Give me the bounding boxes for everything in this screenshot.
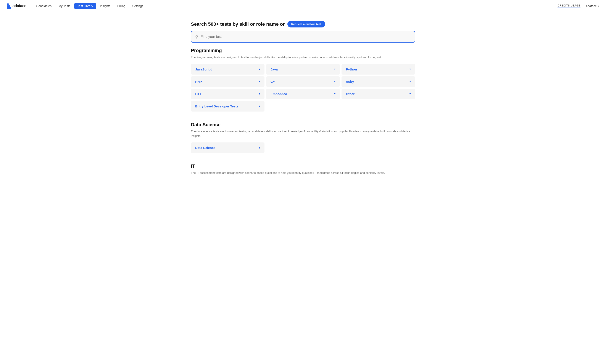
nav-link-my-tests[interactable]: My Tests (55, 3, 73, 9)
chevron-down-icon: ▾ (259, 146, 260, 149)
test-item-data-science[interactable]: Data Science▾ (191, 143, 264, 153)
test-item-label-python: Python (346, 67, 357, 71)
search-title: Search 500+ tests by skill or role name … (191, 21, 415, 27)
test-item-label-ruby: Ruby (346, 80, 354, 83)
section-it: ITThe IT assessment tests are designed w… (191, 163, 415, 175)
test-item-label-javascript: JavaScript (195, 67, 212, 71)
test-item-cpp[interactable]: C++▾ (191, 89, 264, 99)
test-item-other[interactable]: Other▾ (342, 89, 415, 99)
credits-usage-label[interactable]: CREDITS USAGE (558, 4, 580, 8)
test-grid-programming: JavaScript▾Java▾Python▾PHP▾C#▾Ruby▾C++▾E… (191, 64, 415, 99)
chevron-down-icon: ▾ (598, 5, 599, 7)
chevron-down-icon: ▾ (334, 80, 335, 83)
logo[interactable]: adaface (7, 3, 27, 9)
test-item-embedded[interactable]: Embedded▾ (266, 89, 340, 99)
section-desc-programming: The Programming tests are designed to te… (191, 55, 415, 60)
test-item-javascript[interactable]: JavaScript▾ (191, 64, 264, 75)
section-title-it: IT (191, 163, 415, 169)
test-item-label-cpp: C++ (195, 92, 201, 96)
search-header: Search 500+ tests by skill or role name … (191, 21, 415, 43)
search-box: ⚲ (191, 31, 415, 43)
chevron-down-icon: ▾ (410, 80, 411, 83)
test-grid-data-science: Data Science▾ (191, 143, 415, 153)
nav-link-test-library[interactable]: Test Library (74, 3, 96, 9)
test-item-label-other: Other (346, 92, 355, 96)
nav-right: CREDITS USAGE Adaface ▾ (558, 4, 599, 8)
user-name: Adaface (586, 4, 597, 8)
logo-icon (7, 3, 11, 9)
section-data-science: Data ScienceThe data science tests are f… (191, 122, 415, 153)
test-item-label-entry-level: Entry Level Developer Tests (195, 104, 238, 108)
test-item-entry-level[interactable]: Entry Level Developer Tests▾ (191, 101, 264, 112)
search-input[interactable] (201, 35, 411, 39)
nav-links: CandidatesMy TestsTest LibraryInsightsBi… (33, 3, 558, 9)
test-item-label-csharp: C# (271, 80, 275, 83)
test-item-csharp[interactable]: C#▾ (266, 76, 340, 87)
search-icon: ⚲ (195, 34, 198, 39)
navbar: adaface CandidatesMy TestsTest LibraryIn… (0, 0, 606, 12)
nav-link-candidates[interactable]: Candidates (33, 3, 55, 9)
sections-container: ProgrammingThe Programming tests are des… (191, 48, 415, 175)
search-title-text: Search 500+ tests by skill or role name … (191, 21, 285, 27)
chevron-down-icon: ▾ (410, 92, 411, 95)
section-title-data-science: Data Science (191, 122, 415, 128)
nav-link-insights[interactable]: Insights (97, 3, 113, 9)
test-item-label-php: PHP (195, 80, 202, 83)
main-content: Search 500+ tests by skill or role name … (184, 12, 422, 194)
user-menu[interactable]: Adaface ▾ (586, 4, 599, 8)
test-item-label-java: Java (271, 67, 278, 71)
chevron-down-icon: ▾ (259, 68, 260, 71)
section-title-programming: Programming (191, 48, 415, 53)
test-item-ruby[interactable]: Ruby▾ (342, 76, 415, 87)
request-custom-test-button[interactable]: Request a custom test (288, 21, 325, 27)
test-grid-single-programming: Entry Level Developer Tests▾ (191, 101, 415, 112)
chevron-down-icon: ▾ (334, 68, 335, 71)
section-programming: ProgrammingThe Programming tests are des… (191, 48, 415, 112)
test-item-php[interactable]: PHP▾ (191, 76, 264, 87)
chevron-down-icon: ▾ (259, 80, 260, 83)
chevron-down-icon: ▾ (334, 92, 335, 95)
chevron-down-icon: ▾ (259, 105, 260, 108)
test-item-java[interactable]: Java▾ (266, 64, 340, 75)
test-item-label-data-science: Data Science (195, 146, 215, 150)
chevron-down-icon: ▾ (410, 68, 411, 71)
test-item-python[interactable]: Python▾ (342, 64, 415, 75)
section-desc-it: The IT assessment tests are designed wit… (191, 171, 415, 175)
nav-link-billing[interactable]: Billing (114, 3, 128, 9)
logo-text: adaface (13, 4, 27, 8)
test-item-label-embedded: Embedded (271, 92, 287, 96)
section-desc-data-science: The data science tests are focused on te… (191, 129, 415, 138)
nav-link-settings[interactable]: Settings (129, 3, 146, 9)
chevron-down-icon: ▾ (259, 92, 260, 95)
